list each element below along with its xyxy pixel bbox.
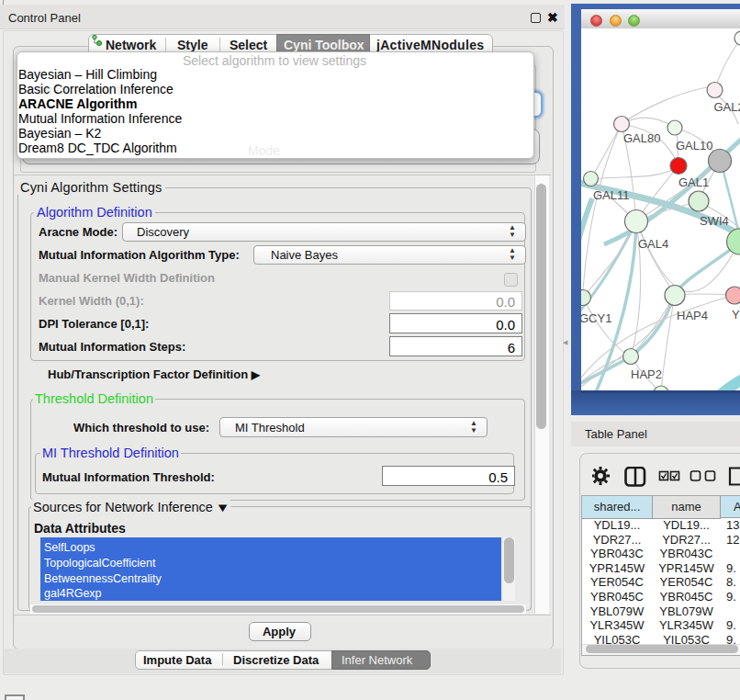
svg-text:SWI4: SWI4 <box>700 214 729 228</box>
svg-text:GAL1: GAL1 <box>678 175 709 189</box>
svg-text:GAL80: GAL80 <box>623 131 660 145</box>
svg-text:HAP2: HAP2 <box>631 367 662 381</box>
svg-text:GCY1: GCY1 <box>581 311 611 325</box>
svg-text:GAL4: GAL4 <box>638 237 668 251</box>
svg-text:GAL10: GAL10 <box>676 139 712 152</box>
svg-text:GAL11: GAL11 <box>593 188 630 202</box>
svg-text:GAL2: GAL2 <box>714 100 740 114</box>
svg-text:HAP4: HAP4 <box>677 309 708 322</box>
svg-text:YD: YD <box>732 308 740 322</box>
